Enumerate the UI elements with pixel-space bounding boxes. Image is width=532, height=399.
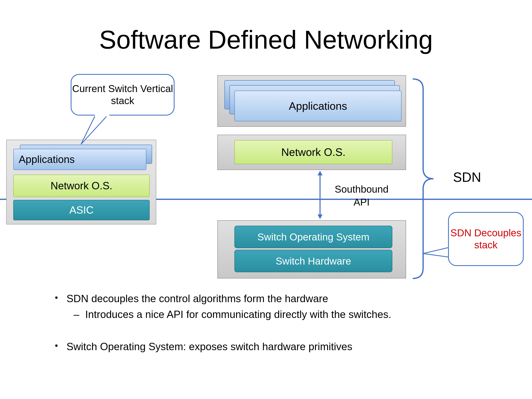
svg-rect-1 xyxy=(95,113,109,116)
left-network-os-box: Network O.S. xyxy=(13,175,150,197)
current-switch-callout: Current Switch Vertical stack xyxy=(71,74,175,115)
switch-hardware-box: Switch Hardware xyxy=(234,250,392,272)
bullet-1: SDN decouples the control algorithms for… xyxy=(54,292,449,306)
bullet-2: Switch Operating System: exposes switch … xyxy=(54,340,449,354)
bullet-1a: Introduces a nice API for communicating … xyxy=(54,308,449,322)
sdn-label: SDN xyxy=(453,170,481,185)
southbound-api-label: Southbound API xyxy=(330,183,393,209)
slide-title: Software Defined Networking xyxy=(0,25,532,54)
southbound-api-arrow-icon xyxy=(316,170,324,220)
sdn-decouples-callout: SDN Decouples stack xyxy=(448,212,524,266)
switch-operating-system-box: Switch Operating System xyxy=(234,226,392,248)
sdn-applications-box: Applications xyxy=(234,91,401,121)
svg-marker-3 xyxy=(317,171,323,175)
current-switch-callout-tail xyxy=(79,113,112,146)
svg-marker-0 xyxy=(81,115,108,144)
bullet-list: SDN decouples the control algorithms for… xyxy=(54,292,449,355)
sdn-network-os-box: Network O.S. xyxy=(234,140,392,164)
svg-marker-4 xyxy=(317,215,323,219)
left-asic-box: ASIC xyxy=(13,200,150,220)
left-applications-box: Applications xyxy=(13,149,146,170)
